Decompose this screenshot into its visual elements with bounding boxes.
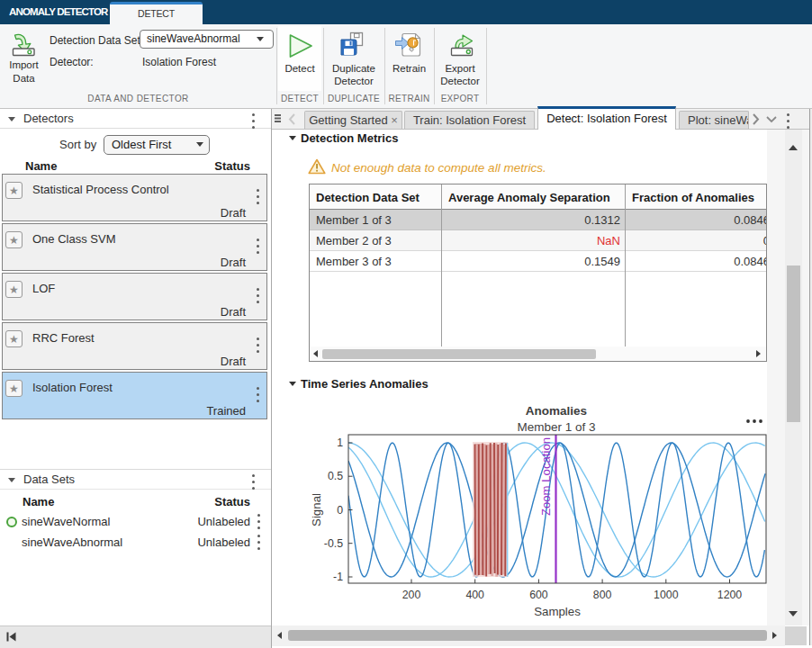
svg-text:200: 200: [402, 589, 421, 601]
svg-text:0.5: 0.5: [328, 470, 343, 482]
svg-text:-0.5: -0.5: [324, 537, 343, 550]
svg-text:0: 0: [337, 504, 343, 517]
svg-text:Anomalies: Anomalies: [526, 404, 587, 418]
svg-text:400: 400: [465, 589, 484, 601]
svg-text:1: 1: [337, 436, 343, 449]
svg-text:1200: 1200: [717, 589, 743, 601]
svg-text:1000: 1000: [654, 589, 679, 601]
svg-text:600: 600: [529, 589, 548, 601]
svg-text:-1: -1: [333, 571, 343, 583]
svg-text:Signal: Signal: [310, 493, 323, 526]
svg-text:Samples: Samples: [534, 605, 581, 618]
svg-text:800: 800: [593, 589, 612, 601]
svg-text:Zoom Location: Zoom Location: [539, 437, 553, 516]
svg-text:Member 1 of 3: Member 1 of 3: [517, 420, 595, 434]
